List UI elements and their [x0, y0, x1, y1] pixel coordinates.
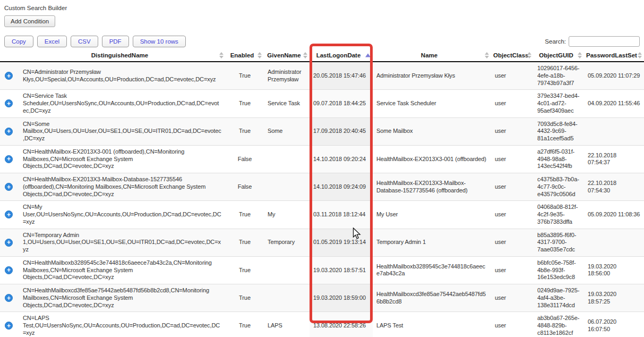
expand-row-button[interactable]: +	[5, 210, 13, 218]
cell-name: Temporary Admin 1	[373, 229, 491, 256]
expand-row-button[interactable]: +	[5, 294, 13, 302]
sort-both-icon	[257, 52, 262, 58]
cell-enabled: True	[226, 62, 264, 90]
cell-lastlogondate: 14.10.2018 09:24:09	[310, 173, 373, 201]
column-header-lastlogondate[interactable]: LastLogonDate	[310, 49, 373, 62]
column-header-objectclass[interactable]: ObjectClass	[491, 49, 534, 62]
cell-objectguid: c4375b83-7b0a-4c77-9c0c-e43579c0506d	[534, 173, 584, 201]
search-container: Search:	[545, 36, 640, 47]
expander-cell: +	[0, 312, 19, 337]
cell-name: Service Task Scheduler	[373, 90, 491, 117]
column-header-label: Enabled	[230, 52, 254, 58]
cell-givenname: My	[264, 201, 310, 229]
table-row: +CN=Administrator Przemysław Kłys,OU=Spe…	[0, 62, 644, 90]
cell-name: HealthMailbox-EX2013X3-Mailbox-Database-…	[373, 173, 491, 201]
column-header-givenname[interactable]: GivenName	[264, 49, 310, 62]
cell-distinguishedname: CN=HealthMailboxcd3fe85ae75442aeb5487fd5…	[19, 284, 226, 312]
cell-objectguid: 0249d9ae-7925-4af4-a3be-138e31174dcd	[534, 284, 584, 312]
cell-lastlogondate: 19.03.2020 18:57:51	[310, 256, 373, 284]
cell-givenname	[264, 173, 310, 201]
table-row: +CN=Temporary Admin 1,OU=Users,OU=User,O…	[0, 229, 644, 256]
table-row: +CN=Some Mailbox,OU=Users,OU=User,OU=SE1…	[0, 117, 644, 145]
expander-cell: +	[0, 284, 19, 312]
column-header-enabled[interactable]: Enabled	[226, 49, 264, 62]
cell-objectclass: user	[491, 229, 534, 256]
cell-lastlogondate: 01.05.2019 19:13:14	[310, 229, 373, 256]
cell-passwordlastset: 05.09.2020 11:08:36	[584, 201, 644, 229]
cell-objectclass: user	[491, 117, 534, 145]
cell-objectclass: user	[491, 90, 534, 117]
custom-search-builder-title: Custom Search Builder	[0, 0, 644, 11]
cell-givenname	[264, 145, 310, 173]
cell-lastlogondate: 14.10.2018 09:20:24	[310, 145, 373, 173]
table-body: +CN=Administrator Przemysław Kłys,OU=Spe…	[0, 62, 644, 337]
cell-passwordlastset: 04.09.2020 11:55:46	[584, 90, 644, 117]
cell-passwordlastset	[584, 229, 644, 256]
expand-row-button[interactable]: +	[5, 266, 13, 274]
cell-lastlogondate: 20.05.2018 15:47:46	[310, 62, 373, 90]
expander-cell: +	[0, 62, 19, 90]
cell-name: My User	[373, 201, 491, 229]
sort-ascending-active-icon	[365, 53, 371, 57]
expander-cell: +	[0, 145, 19, 173]
cell-distinguishedname: CN=HealthMailbox-EX2013X3-Mailbox-Databa…	[19, 173, 226, 201]
cell-passwordlastset: 19.03.2020 18:56:00	[584, 256, 644, 284]
table-header-row: DistinguishedNameEnabledGivenNameLastLog…	[0, 49, 644, 62]
table-row: +CN=HealthMailbox-EX2013X3-Mailbox-Datab…	[0, 173, 644, 201]
cell-name: Administrator Przemysław Kłys	[373, 62, 491, 90]
expand-row-button[interactable]: +	[5, 99, 13, 107]
cell-givenname: Administrator Przemysław	[264, 62, 310, 90]
expand-row-button[interactable]: +	[5, 239, 13, 247]
toolbar-button-pdf[interactable]: PDF	[102, 36, 129, 47]
search-input[interactable]	[569, 36, 640, 47]
cell-distinguishedname: CN=Administrator Przemysław Kłys,OU=Spec…	[19, 62, 226, 90]
search-label: Search:	[545, 38, 566, 45]
results-table: DistinguishedNameEnabledGivenNameLastLog…	[0, 49, 644, 337]
add-condition-button[interactable]: Add Condition	[4, 15, 55, 27]
column-header-name[interactable]: Name	[373, 49, 491, 62]
expander-cell: +	[0, 201, 19, 229]
table-row: +CN=HealthMailboxcd3fe85ae75442aeb5487fd…	[0, 284, 644, 312]
cell-objectguid: 10296017-6456-4efe-a18b-79743b97a3f7	[534, 62, 584, 90]
cell-distinguishedname: CN=Temporary Admin 1,OU=Users,OU=User,OU…	[19, 229, 226, 256]
expander-cell: +	[0, 173, 19, 201]
cell-objectclass: user	[491, 312, 534, 337]
cell-lastlogondate: 17.09.2018 20:40:45	[310, 117, 373, 145]
table-row: +CN=HealthMailboxb3289545c3e744818c6aeec…	[0, 256, 644, 284]
expand-row-button[interactable]: +	[5, 322, 13, 330]
expand-row-button[interactable]: +	[5, 155, 13, 163]
sort-both-icon	[578, 52, 582, 58]
cell-objectclass: user	[491, 201, 534, 229]
expander-column-header	[0, 49, 19, 62]
expander-cell: +	[0, 90, 19, 117]
cell-name: HealthMailboxb3289545c3e744818c6aeece7ab…	[373, 256, 491, 284]
cell-distinguishedname: CN=My User,OU=UsersNoSync,OU=Accounts,OU…	[19, 201, 226, 229]
cell-name: HealthMailboxcd3fe85ae75442aeb5487fd56b8…	[373, 284, 491, 312]
expand-row-button[interactable]: +	[5, 72, 13, 80]
column-header-distinguishedname[interactable]: DistinguishedName	[19, 49, 226, 62]
toolbar-button-copy[interactable]: Copy	[4, 36, 33, 47]
cell-enabled: True	[226, 256, 264, 284]
cell-givenname: Temporary	[264, 229, 310, 256]
sort-both-icon	[219, 52, 224, 58]
cell-givenname	[264, 256, 310, 284]
cell-enabled: True	[226, 117, 264, 145]
expand-row-button[interactable]: +	[5, 183, 13, 191]
cell-enabled: True	[226, 229, 264, 256]
expand-row-button[interactable]: +	[5, 128, 13, 136]
column-header-passwordlastset[interactable]: PasswordLastSet	[584, 49, 644, 62]
cell-objectguid: a27df6f5-031f-4948-98a8-143ec542f4fb	[534, 145, 584, 173]
column-header-label: LastLogonDate	[316, 52, 361, 58]
toolbar-button-excel[interactable]: Excel	[37, 36, 67, 47]
toolbar-button-show-10-rows[interactable]: Show 10 rows	[133, 36, 186, 47]
cell-objectclass: user	[491, 145, 534, 173]
cell-givenname: Some	[264, 117, 310, 145]
table-row: +CN=My User,OU=UsersNoSync,OU=Accounts,O…	[0, 201, 644, 229]
cell-passwordlastset: 22.10.2018 07:54:30	[584, 173, 644, 201]
cell-lastlogondate: 03.11.2018 18:12:44	[310, 201, 373, 229]
cell-lastlogondate: 13.08.2020 22:58:26	[310, 312, 373, 337]
column-header-objectguid[interactable]: ObjectGUID	[534, 49, 584, 62]
column-header-label: DistinguishedName	[91, 52, 148, 58]
toolbar-button-csv[interactable]: CSV	[71, 36, 98, 47]
cell-objectclass: user	[491, 62, 534, 90]
